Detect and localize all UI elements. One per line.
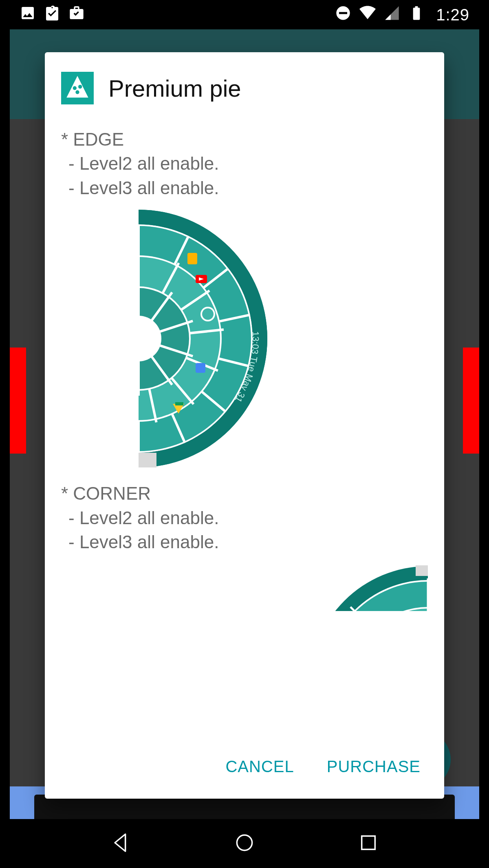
edge-pie-illustration: 13:03 Tue May 31 <box>139 208 350 469</box>
navigation-bar <box>10 819 479 868</box>
svg-rect-62 <box>416 565 428 576</box>
home-button[interactable] <box>233 831 256 856</box>
clipboard-check-icon <box>44 5 60 25</box>
status-bar: 1:29 <box>10 0 479 29</box>
svg-rect-1 <box>339 12 347 14</box>
dialog-actions: CANCEL PURCHASE <box>45 736 444 799</box>
purchase-button[interactable]: PURCHASE <box>323 751 425 782</box>
recent-apps-button[interactable] <box>357 831 380 856</box>
section-corner-line-1: - Level2 all enable. <box>68 506 428 530</box>
svg-point-3 <box>78 85 82 89</box>
edge-trigger-left <box>10 348 26 454</box>
svg-point-4 <box>75 90 79 94</box>
cell-signal-icon <box>384 5 400 25</box>
gallery-icon <box>20 5 36 25</box>
battery-icon <box>408 5 425 25</box>
dialog-body: * EDGE - Level2 all enable. - Level3 all… <box>45 119 444 736</box>
svg-point-63 <box>237 835 252 850</box>
edge-trigger-right <box>463 348 479 454</box>
back-button[interactable] <box>109 831 132 856</box>
cancel-button[interactable]: CANCEL <box>221 751 298 782</box>
corner-pie-illustration <box>306 562 428 611</box>
dialog-title: Premium pie <box>108 75 241 102</box>
section-edge-line-2: - Level3 all enable. <box>68 176 428 200</box>
section-heading-corner: * CORNER <box>61 481 428 505</box>
do-not-disturb-icon <box>335 5 351 25</box>
section-heading-edge: * EDGE <box>61 127 428 151</box>
pie-app-icon <box>61 72 94 104</box>
section-corner-line-2: - Level3 all enable. <box>68 530 428 554</box>
svg-rect-51 <box>139 453 156 467</box>
premium-pie-dialog: Premium pie * EDGE - Level2 all enable. … <box>45 52 444 799</box>
svg-point-2 <box>73 86 77 90</box>
section-edge-line-1: - Level2 all enable. <box>68 151 428 175</box>
svg-rect-48 <box>196 363 205 373</box>
svg-rect-64 <box>362 836 375 850</box>
svg-rect-46 <box>187 253 197 264</box>
clock-time: 1:29 <box>436 6 469 24</box>
wifi-icon <box>359 5 376 25</box>
svg-rect-50 <box>175 402 183 405</box>
briefcase-check-icon <box>68 5 85 25</box>
